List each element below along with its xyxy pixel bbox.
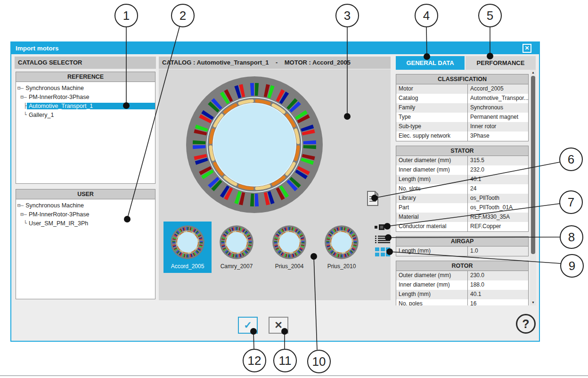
row-label: Outer diameter (mm) — [396, 156, 468, 165]
close-icon[interactable]: ✕ — [523, 44, 531, 53]
table-row: CatalogAutomotive_Transpor... — [396, 94, 528, 103]
ok-button[interactable]: ✓ — [238, 317, 258, 334]
import-motors-dialog: Import motors ✕ CATALOG SELECTOR REFEREN… — [10, 41, 540, 342]
table-row: Partos_PllTooth_01A — [396, 203, 528, 213]
scrollbar[interactable]: ▲ ▼ — [530, 70, 536, 305]
help-button[interactable]: ? — [516, 314, 536, 334]
tree-item-pm-innerrotor-3phase[interactable]: ⊟–PM-InnerRotor-3Phase — [17, 92, 155, 101]
tab-general-data[interactable]: GENERAL DATA — [396, 56, 465, 70]
reference-header: REFERENCE — [16, 72, 155, 82]
table-row: TypePermanent magnet — [396, 113, 528, 122]
tiles-view-icon[interactable] — [375, 224, 392, 230]
row-label: Library — [396, 194, 468, 203]
table-row: Length (mm)40.1 — [396, 290, 528, 299]
motor-thumbnail-image — [324, 225, 359, 260]
row-label: Outer diameter (mm) — [396, 271, 468, 280]
table-row: MotorAccord_2005 — [396, 84, 528, 94]
table-row: Sub-typeInner rotor — [396, 122, 528, 131]
row-label: Conductor material — [396, 222, 468, 231]
row-label: Type — [396, 113, 468, 122]
table-title: AIRGAP — [396, 237, 528, 247]
user-groupbox: USER ⊟–Synchronous Machine ⊟–PM-InnerRot… — [16, 189, 155, 299]
thumbnail-label: Accord_2005 — [163, 263, 212, 270]
row-label: Inner diameter (mm) — [396, 165, 468, 175]
table-row: FamilySynchronous — [396, 103, 528, 113]
thumbnail-accord_2005[interactable]: Accord_2005 — [163, 222, 212, 273]
row-value: 232.0 — [468, 165, 528, 175]
tree-item-synchronous-machine[interactable]: ⊟–Synchronous Machine — [17, 83, 155, 92]
row-value: 188.0 — [468, 280, 528, 290]
row-label: Length (mm) — [396, 290, 468, 299]
document-icon[interactable] — [367, 191, 379, 206]
scrollbar-thumb[interactable] — [531, 76, 535, 254]
thumbnail-prius_2004[interactable]: Prius_2004 — [265, 222, 313, 273]
row-label: Inner diameter (mm) — [396, 280, 468, 290]
motor-preview-canvas: Accord_2005Camry_2007Prius_2004Prius_201… — [159, 69, 391, 300]
grid-view-icon[interactable] — [375, 247, 392, 256]
row-label: Motor — [396, 84, 468, 94]
page-bottom-rule — [0, 375, 588, 376]
callout-3: 3 — [335, 4, 359, 27]
table-row: Libraryos_PllTooth — [396, 194, 528, 203]
callout-8: 8 — [560, 225, 583, 249]
list-view-icon[interactable] — [375, 235, 390, 243]
tiles-view-icon-part — [375, 226, 377, 229]
table-row: Outer diameter (mm)315.5 — [396, 156, 528, 165]
callout-10: 10 — [307, 350, 331, 373]
table-title: CLASSIFICATION — [396, 74, 528, 84]
table-title: ROTOR — [396, 261, 528, 271]
motor-cross-section-image — [184, 74, 325, 215]
page: Import motors ✕ CATALOG SELECTOR REFEREN… — [0, 0, 588, 378]
row-label: Elec. supply network — [396, 131, 468, 141]
table-classification: CLASSIFICATIONMotorAccord_2005CatalogAut… — [396, 74, 529, 141]
catalog-motor-header: CATALOG : Automotive_Transport_1 - MOTOR… — [159, 57, 391, 69]
table-row: Conductor materialREF.Copper — [396, 222, 528, 231]
table-row: No. slots24 — [396, 184, 528, 194]
row-label: No. slots — [396, 184, 468, 194]
table-row: Inner diameter (mm)188.0 — [396, 280, 528, 290]
tree-item-synchronous-machine[interactable]: ⊟–Synchronous Machine — [17, 201, 155, 210]
tree-item-label: Gallery_1 — [27, 112, 56, 118]
cancel-button[interactable]: ✕ — [269, 317, 288, 334]
thumbnail-camry_2007[interactable]: Camry_2007 — [212, 222, 261, 273]
scroll-down-icon[interactable]: ▼ — [530, 300, 536, 305]
row-value: 40.1 — [468, 175, 528, 184]
callout-7: 7 — [559, 190, 583, 214]
scroll-up-icon[interactable]: ▲ — [530, 70, 536, 75]
tree-item-pm-innerrotor-3phase[interactable]: ⊟–PM-InnerRotor-3Phase — [17, 210, 155, 219]
tables-stack: CLASSIFICATIONMotorAccord_2005CatalogAut… — [396, 70, 530, 305]
table-row: Length (mm)40.1 — [396, 175, 528, 184]
tree-item-automotive-transport-1[interactable]: ├Automotive_Transport_1 — [17, 101, 155, 110]
callout-9: 9 — [560, 254, 584, 278]
tree-item-label: Synchronous Machine — [24, 202, 86, 209]
row-value: 24 — [468, 184, 528, 194]
motor-thumbnail-image — [170, 225, 205, 260]
row-value: Accord_2005 — [468, 84, 528, 94]
row-value: Automotive_Transpor... — [468, 94, 528, 103]
callout-4: 4 — [415, 4, 438, 27]
row-label: No. poles — [396, 299, 468, 305]
row-value: 3Phase — [468, 131, 528, 141]
table-row: Length (mm)1.0 — [396, 247, 528, 256]
callout-6: 6 — [559, 148, 583, 171]
thumbnail-prius_2010[interactable]: Prius_2010 — [318, 222, 366, 273]
row-label: Sub-type — [396, 122, 468, 131]
table-row: No. poles16 — [396, 299, 528, 305]
tree-item-gallery-1[interactable]: └Gallery_1 — [17, 110, 155, 119]
row-value: os_PllTooth — [468, 194, 528, 203]
row-label: Catalog — [396, 94, 468, 103]
row-value: 1.0 — [468, 247, 528, 256]
row-value: 230.0 — [468, 271, 528, 280]
table-rotor: ROTOROuter diameter (mm)230.0Inner diame… — [396, 261, 529, 305]
row-value: 16 — [468, 299, 528, 305]
callout-11: 11 — [273, 349, 297, 372]
dialog-titlebar[interactable]: Import motors ✕ — [11, 42, 539, 54]
row-label: Family — [396, 103, 468, 113]
tree-branch-glyph: ├ — [17, 103, 27, 109]
callout-5: 5 — [478, 4, 502, 27]
tab-performance[interactable]: PERFORMANCE — [466, 56, 536, 70]
tree-item-user-sm-pm-ir-3ph[interactable]: └User_SM_PM_IR_3Ph — [17, 219, 155, 228]
tree-branch-glyph: ⊟– — [17, 202, 24, 208]
tree-item-label: PM-InnerRotor-3Phase — [27, 94, 91, 100]
motor-thumbnail-image — [219, 225, 254, 260]
